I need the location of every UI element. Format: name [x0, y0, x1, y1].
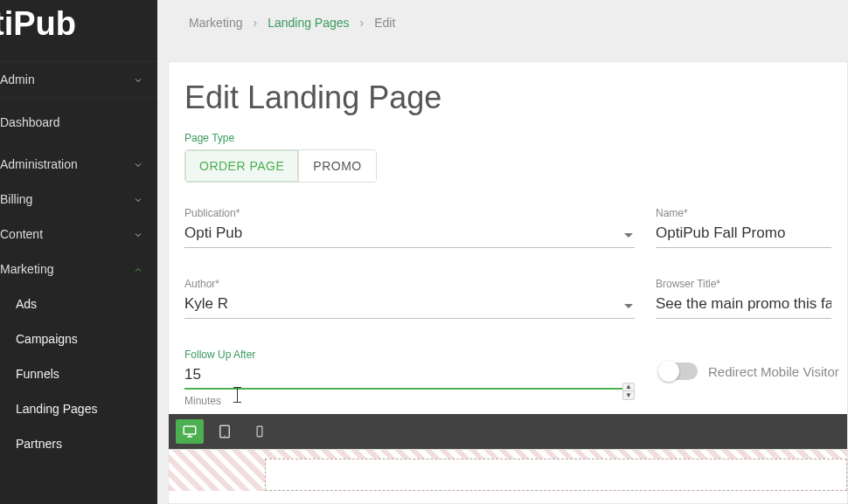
- name-label: Name*: [656, 207, 831, 219]
- chevron-right-icon: ›: [360, 16, 365, 30]
- sidebar-content-label: Content: [0, 227, 43, 241]
- sidebar-admin-label: Admin: [0, 72, 35, 86]
- sidebar-marketing-label: Marketing: [0, 262, 53, 276]
- author-label: Author*: [184, 278, 635, 290]
- redirect-mobile-field: Redirect Mobile Visitor: [659, 349, 839, 380]
- device-desktop-button[interactable]: [176, 419, 204, 444]
- sidebar-dashboard[interactable]: Dashboard: [0, 98, 157, 147]
- browser-title-input[interactable]: [656, 292, 831, 319]
- sidebar-billing[interactable]: Billing: [0, 182, 157, 217]
- spinner-up[interactable]: ▲: [623, 383, 634, 391]
- sidebar-dashboard-label: Dashboard: [0, 115, 60, 129]
- author-field: Author*: [184, 278, 635, 319]
- chevron-up-icon: [133, 264, 143, 274]
- crumb-edit: Edit: [374, 16, 395, 30]
- author-select[interactable]: [184, 292, 635, 319]
- toggle-promo[interactable]: PROMO: [298, 150, 375, 182]
- sidebar-content[interactable]: Content: [0, 217, 157, 252]
- publication-field: Publication*: [184, 207, 635, 248]
- sidebar: tiPub Admin Dashboard Administration Bil…: [0, 0, 157, 504]
- sidebar-item-partners[interactable]: Partners: [0, 426, 157, 461]
- svg-point-2: [224, 435, 225, 436]
- sidebar-item-label: Campaigns: [16, 332, 78, 346]
- sidebar-marketing[interactable]: Marketing: [0, 252, 157, 287]
- device-bar: [169, 414, 847, 449]
- page-preview[interactable]: [169, 449, 847, 491]
- toggle-order-page[interactable]: ORDER PAGE: [185, 150, 298, 182]
- page-type-label: Page Type: [184, 132, 831, 144]
- switch-knob: [658, 361, 679, 382]
- sidebar-item-landing-pages[interactable]: Landing Pages: [0, 391, 157, 426]
- chevron-down-icon: [133, 159, 143, 169]
- chevron-down-icon: [133, 194, 143, 204]
- panel: Edit Landing Page Page Type ORDER PAGE P…: [168, 61, 848, 504]
- redirect-mobile-label: Redirect Mobile Visitor: [708, 364, 839, 379]
- main: Marketing › Landing Pages › Edit Edit La…: [157, 0, 848, 504]
- followup-field: Follow Up After ▲ ▼ Minutes: [184, 349, 635, 407]
- sidebar-item-label: Funnels: [16, 367, 59, 381]
- browser-title-field: Browser Title*: [656, 278, 831, 319]
- crumb-landing-pages[interactable]: Landing Pages: [268, 16, 349, 30]
- sidebar-item-campaigns[interactable]: Campaigns: [0, 321, 157, 356]
- name-input[interactable]: [656, 221, 831, 248]
- publication-label: Publication*: [184, 207, 635, 219]
- followup-helper: Minutes: [184, 395, 635, 407]
- sidebar-administration-label: Administration: [0, 157, 78, 171]
- breadcrumb: Marketing › Landing Pages › Edit: [157, 0, 848, 61]
- chevron-right-icon: ›: [253, 16, 257, 30]
- page-title: Edit Landing Page: [184, 79, 831, 116]
- preview-inner: [265, 459, 847, 491]
- sidebar-item-label: Ads: [16, 297, 37, 311]
- chevron-down-icon: [133, 74, 143, 85]
- followup-label: Follow Up After: [184, 349, 635, 361]
- svg-rect-0: [184, 426, 196, 434]
- page-type-toggle: ORDER PAGE PROMO: [184, 149, 377, 183]
- device-mobile-button[interactable]: [246, 419, 274, 444]
- sidebar-item-funnels[interactable]: Funnels: [0, 356, 157, 391]
- chevron-down-icon: [133, 229, 143, 239]
- spinner-down[interactable]: ▼: [623, 391, 634, 399]
- sidebar-item-label: Landing Pages: [16, 402, 97, 416]
- browser-title-label: Browser Title*: [656, 278, 831, 290]
- sidebar-item-label: Partners: [16, 437, 62, 451]
- publication-select[interactable]: [184, 221, 635, 248]
- sidebar-billing-label: Billing: [0, 192, 32, 206]
- sidebar-admin[interactable]: Admin: [0, 62, 157, 97]
- followup-input[interactable]: [184, 362, 635, 390]
- device-tablet-button[interactable]: [211, 419, 239, 444]
- sidebar-item-ads[interactable]: Ads: [0, 287, 157, 321]
- redirect-mobile-switch[interactable]: [659, 362, 698, 380]
- sidebar-administration[interactable]: Administration: [0, 147, 157, 182]
- crumb-marketing[interactable]: Marketing: [189, 16, 242, 30]
- brand-logo: tiPub: [0, 0, 157, 61]
- svg-point-4: [260, 435, 261, 436]
- number-spinner: ▲ ▼: [622, 383, 635, 400]
- name-field: Name*: [656, 207, 831, 248]
